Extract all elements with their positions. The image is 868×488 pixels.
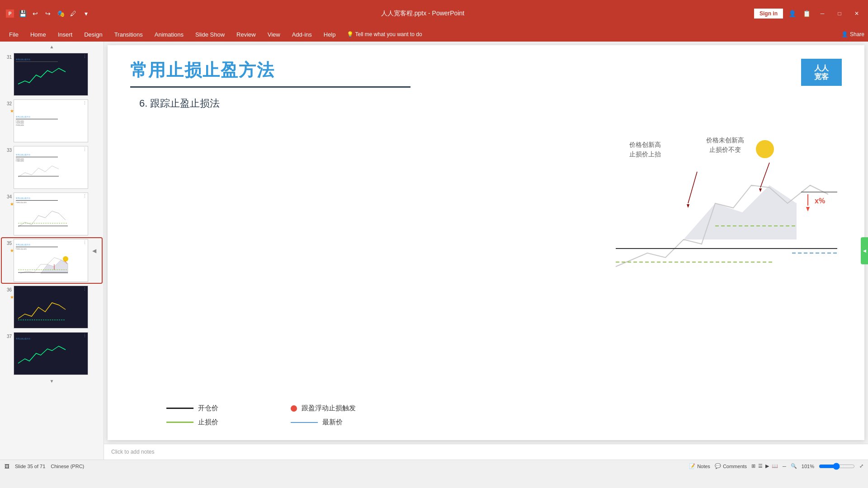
title-bar: P 💾 ↩ ↪ 🎭 🖊 ▾ 人人宽客程.pptx - PowerPoint Si… bbox=[0, 0, 868, 27]
app-icon: P bbox=[5, 8, 15, 19]
save-icon[interactable]: 💾 bbox=[17, 8, 28, 19]
menu-animations[interactable]: Animations bbox=[149, 29, 189, 40]
view-buttons: ⊞ ☰ ▶ 📖 bbox=[751, 463, 778, 469]
notes-icon: 📝 bbox=[689, 463, 695, 469]
account-icon[interactable]: 👤 bbox=[787, 8, 797, 19]
slide-number-37: 37 bbox=[3, 332, 12, 339]
reading-view-icon[interactable]: 📖 bbox=[772, 463, 778, 469]
slide-preview-32: ⋮ 常用止损止盈方法 1. 固定止损法2. 技术止损法3. 时间止损法 bbox=[14, 99, 88, 142]
slideshow-view-icon[interactable]: ▶ bbox=[765, 463, 769, 469]
zoom-separator: ─ bbox=[783, 464, 786, 469]
svg-marker-21 bbox=[806, 207, 810, 211]
slide-number-35: 35 bbox=[3, 239, 12, 246]
outline-view-icon[interactable]: ☰ bbox=[758, 463, 763, 469]
notes-button[interactable]: 📝 Notes bbox=[689, 463, 710, 469]
slide-panel: ▲ 31 ⋮ 常用止损止盈方法 32 ★ ⋮ 常用 bbox=[0, 42, 104, 460]
share-button[interactable]: 👤 Share bbox=[841, 31, 864, 38]
thumb-menu-icon-31: ⋮ bbox=[83, 54, 87, 59]
lightbulb-icon: 💡 bbox=[347, 31, 354, 38]
menu-home[interactable]: Home bbox=[25, 29, 52, 40]
slide-preview-37: ⋮ 常用止损止盈方法 bbox=[14, 332, 88, 375]
slide-preview-36: ⋮ bbox=[14, 286, 88, 328]
menu-slideshow[interactable]: Slide Show bbox=[190, 29, 230, 40]
scroll-indicator: ◀ bbox=[90, 248, 99, 254]
redo-icon[interactable]: ↪ bbox=[42, 8, 53, 19]
thumb-menu-icon-37: ⋮ bbox=[83, 333, 87, 338]
slide-thumb-33[interactable]: 33 ⋮ 常用止损止盈方法 4. 盈利止损法5. 指标止损法 bbox=[2, 145, 102, 190]
slide-thumbnail-icon: 🖼 bbox=[5, 464, 9, 469]
slide-thumb-31[interactable]: 31 ⋮ 常用止损止盈方法 bbox=[2, 52, 102, 97]
logo-line1: 人人 bbox=[814, 64, 829, 72]
menu-design[interactable]: Design bbox=[79, 29, 108, 40]
menu-help[interactable]: Help bbox=[318, 29, 341, 40]
menu-transitions[interactable]: Transitions bbox=[109, 29, 148, 40]
menu-bar: File Home Insert Design Transitions Anim… bbox=[0, 27, 868, 42]
person-icon: 👤 bbox=[841, 31, 848, 38]
customize-icon[interactable]: 🖊 bbox=[68, 8, 79, 19]
svg-point-9 bbox=[63, 256, 68, 262]
tell-me-text: Tell me what you want to do bbox=[355, 31, 422, 38]
slide-main-content: 常用止损止盈方法 6. 跟踪止盈止损法 人人 宽客 bbox=[108, 45, 864, 440]
slide-thumb-37[interactable]: 37 ⋮ 常用止损止盈方法 bbox=[2, 331, 102, 376]
slide-thumb-34[interactable]: 34 ★ ⋮ 常用止损止盈方法 5. 跟踪止盈止损法 bbox=[2, 192, 102, 236]
slide-number-31: 31 bbox=[3, 53, 12, 60]
zoom-level: 101% bbox=[802, 464, 814, 469]
legend-entry-price: 开仓价 bbox=[166, 404, 268, 413]
svg-line-18 bbox=[760, 163, 769, 188]
restore-button[interactable]: □ bbox=[833, 7, 846, 20]
comments-button[interactable]: 💬 Comments bbox=[715, 463, 747, 469]
scroll-up-button[interactable]: ▲ bbox=[2, 43, 102, 50]
present-icon[interactable]: 🎭 bbox=[55, 8, 66, 19]
sign-in-button[interactable]: Sign in bbox=[754, 9, 783, 19]
cursor-indicator bbox=[756, 140, 774, 158]
fit-icon[interactable]: ⤢ bbox=[859, 463, 863, 469]
chart-legend: 开仓价 跟盈浮动止损触发 止损价 最新价 bbox=[166, 404, 392, 427]
menu-insert[interactable]: Insert bbox=[52, 29, 78, 40]
right-panel-toggle[interactable]: ◀ bbox=[861, 237, 868, 264]
ribbon-display-icon[interactable]: 📋 bbox=[801, 8, 812, 19]
undo-icon[interactable]: ↩ bbox=[30, 8, 41, 19]
legend-red-dot bbox=[291, 405, 297, 412]
slide-number-33: 33 bbox=[3, 146, 12, 153]
legend-stoploss-label: 止损价 bbox=[198, 418, 218, 427]
zoom-slider[interactable] bbox=[819, 463, 855, 470]
thumb-menu-icon-35: ⋮ bbox=[83, 240, 87, 245]
legend-trailing-stop: 跟盈浮动止损触发 bbox=[291, 404, 392, 413]
zoom-icon[interactable]: 🔍 bbox=[791, 463, 797, 469]
content-area: 常用止损止盈方法 6. 跟踪止盈止损法 人人 宽客 bbox=[104, 42, 868, 460]
legend-trailing-label: 跟盈浮动止损触发 bbox=[302, 404, 356, 413]
menu-review[interactable]: Review bbox=[231, 29, 261, 40]
menu-file[interactable]: File bbox=[4, 29, 24, 40]
logo-line2: 宽客 bbox=[814, 72, 829, 81]
legend-current-label: 最新价 bbox=[322, 418, 343, 427]
slide-number-36: 36 bbox=[3, 286, 12, 292]
slide-thumb-35[interactable]: 35 ★ ⋮ 常用止损止盈方法 6. 跟踪止盈止损法 bbox=[2, 238, 102, 283]
window-title: 人人宽客程.pptx - PowerPoint bbox=[91, 9, 754, 18]
tell-me-bar[interactable]: 💡 Tell me what you want to do bbox=[347, 31, 422, 38]
notes-area[interactable]: Click to add notes bbox=[104, 444, 868, 460]
slide-title: 常用止损止盈方法 bbox=[130, 59, 842, 82]
slide-number-34: 34 bbox=[3, 192, 12, 199]
scroll-down-button[interactable]: ▼ bbox=[2, 378, 102, 385]
minimize-button[interactable]: ─ bbox=[816, 7, 829, 20]
slide-thumb-36[interactable]: 36 ★ ⋮ bbox=[2, 285, 102, 329]
svg-marker-11 bbox=[684, 185, 797, 239]
notes-label: Notes bbox=[697, 464, 710, 469]
slide-preview-35: ⋮ 常用止损止盈方法 6. 跟踪止盈止损法 bbox=[14, 239, 88, 282]
normal-view-icon[interactable]: ⊞ bbox=[751, 463, 755, 469]
thumb-menu-icon-32: ⋮ bbox=[83, 101, 87, 105]
menu-view[interactable]: View bbox=[262, 29, 286, 40]
language-indicator: Chinese (PRC) bbox=[51, 464, 84, 469]
close-button[interactable]: ✕ bbox=[850, 7, 863, 20]
thumb-menu-icon-33: ⋮ bbox=[83, 147, 87, 152]
logo: 人人 宽客 bbox=[801, 59, 842, 86]
slide-thumb-32[interactable]: 32 ★ ⋮ 常用止损止盈方法 1. 固定止损法2. 技术止损法3. 时间止损法 bbox=[2, 99, 102, 143]
thumb-menu-icon-34: ⋮ bbox=[83, 194, 87, 198]
slide-canvas[interactable]: 常用止损止盈方法 6. 跟踪止盈止损法 人人 宽客 bbox=[108, 45, 864, 440]
window-controls: Sign in 👤 📋 ─ □ ✕ bbox=[754, 7, 863, 20]
menu-addins[interactable]: Add-ins bbox=[287, 29, 317, 40]
legend-black-line bbox=[166, 408, 193, 409]
panel-scroll-area: ◀ bbox=[90, 42, 99, 460]
quick-access-toolbar: P 💾 ↩ ↪ 🎭 🖊 ▾ bbox=[5, 8, 91, 19]
more-icon[interactable]: ▾ bbox=[80, 8, 91, 19]
